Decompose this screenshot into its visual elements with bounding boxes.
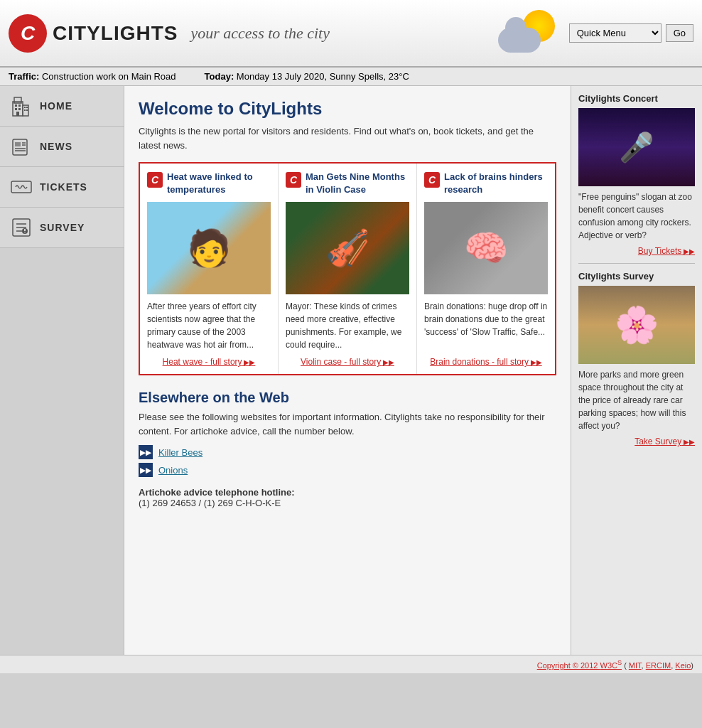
main-content: Welcome to CityLights Citylights is the … <box>124 86 571 655</box>
ext-link-row-onions: ▶▶ Onions <box>139 463 556 477</box>
cloud-icon <box>498 28 541 53</box>
survey-icon <box>9 215 34 240</box>
svg-rect-11 <box>26 109 28 111</box>
quick-menu-dropdown[interactable]: Quick Menu Home News Tickets Survey <box>569 23 662 43</box>
mit-link[interactable]: MIT <box>629 661 642 670</box>
quick-menu-area: Quick Menu Home News Tickets Survey Go <box>569 23 693 43</box>
news-header-violin: C Man Gets Nine Months in Violin Case <box>286 171 409 196</box>
elsewhere-text: Please see the following websites for im… <box>139 410 556 438</box>
widget-divider <box>578 263 695 264</box>
svg-rect-2 <box>15 105 17 107</box>
hotline-section: Artichoke advice telephone hotline: (1) … <box>139 487 556 508</box>
sidebar: HOME NEWS TICKET <box>0 86 124 655</box>
svg-rect-8 <box>24 107 26 108</box>
svg-rect-10 <box>24 109 26 111</box>
tickets-icon <box>9 174 34 200</box>
news-image-heatwave <box>147 202 271 294</box>
news-body-heatwave: After three years of effort city scienti… <box>147 300 271 351</box>
news-header-heatwave: C Heat wave linked to temperatures <box>147 171 271 196</box>
header: C CITYLIGHTS your access to the city Qui… <box>0 0 702 68</box>
sidebar-survey-label: SURVEY <box>40 222 85 233</box>
ext-link-row-killerbees: ▶▶ Killer Bees <box>139 445 556 459</box>
traffic-text: Construction work on Main Road <box>42 71 176 82</box>
news-link-violin[interactable]: Violin case - full story <box>286 357 409 367</box>
welcome-text: Citylights is the new portal for visitor… <box>139 124 556 152</box>
traffic-ticker: Traffic: Construction work on Main Road <box>9 71 176 82</box>
site-name: CITYLIGHTS <box>53 22 178 45</box>
news-col-heatwave: C Heat wave linked to temperatures After… <box>140 164 279 374</box>
svg-point-25 <box>24 232 25 232</box>
survey-image <box>578 286 695 364</box>
sidebar-tickets-label: TICKETS <box>40 181 87 193</box>
main-layout: HOME NEWS TICKET <box>0 86 702 655</box>
svg-rect-3 <box>18 105 21 107</box>
citylights-logo-brain: C <box>424 172 440 188</box>
weather-icon <box>498 10 555 56</box>
sidebar-news-label: NEWS <box>40 141 72 152</box>
w3c-link[interactable]: W3CS <box>600 661 622 670</box>
hotline-label: Artichoke advice telephone hotline: <box>139 487 556 498</box>
ext-link-icon-onions: ▶▶ <box>139 463 153 477</box>
logo-area: C CITYLIGHTS your access to the city <box>9 14 484 53</box>
ext-link-killerbees[interactable]: Killer Bees <box>158 447 202 458</box>
news-header-brain: C Lack of brains hinders research <box>424 171 548 196</box>
sidebar-item-tickets[interactable]: TICKETS <box>0 167 124 208</box>
ticker-bar: Traffic: Construction work on Main Road … <box>0 68 702 86</box>
svg-rect-13 <box>15 142 21 146</box>
sidebar-item-home[interactable]: HOME <box>0 86 124 127</box>
ext-link-onions[interactable]: Onions <box>158 465 188 476</box>
sidebar-item-survey[interactable]: SURVEY <box>0 208 124 248</box>
svg-rect-4 <box>15 108 17 110</box>
survey-text: More parks and more green space througho… <box>578 368 695 432</box>
svg-rect-12 <box>13 139 27 155</box>
news-link-heatwave[interactable]: Heat wave - full story <box>147 357 271 367</box>
sidebar-home-label: HOME <box>40 100 72 112</box>
svg-rect-1 <box>14 97 21 103</box>
concert-text: "Free penguins" slogan at zoo benefit co… <box>578 191 695 242</box>
news-title-violin: Man Gets Nine Months in Violin Case <box>306 171 409 196</box>
take-survey-link[interactable]: Take Survey <box>578 437 695 446</box>
hotline-number: (1) 269 24653 / (1) 269 C-H-O-K-E <box>139 498 556 508</box>
ext-link-icon-killerbees: ▶▶ <box>139 445 153 459</box>
concert-image <box>578 108 695 186</box>
news-image-violin <box>286 202 409 294</box>
svg-rect-6 <box>16 112 19 116</box>
tagline: your access to the city <box>190 24 330 43</box>
right-sidebar: Citylights Concert "Free penguins" sloga… <box>571 86 702 655</box>
sidebar-item-news[interactable]: NEWS <box>0 127 124 167</box>
news-grid: C Heat wave linked to temperatures After… <box>139 162 556 375</box>
buy-tickets-link[interactable]: Buy Tickets <box>578 246 695 256</box>
news-body-violin: Mayor: These kinds of crimes need more c… <box>286 300 409 351</box>
go-button[interactable]: Go <box>666 24 693 42</box>
citylights-logo-heatwave: C <box>147 172 163 188</box>
copyright-link[interactable]: Copyright © 2012 <box>537 661 600 670</box>
copyright-text: Copyright © 2012 W3CS ( MIT, ERCIM, Keio… <box>537 661 693 670</box>
keio-link[interactable]: Keio <box>675 661 691 670</box>
svg-rect-5 <box>18 108 21 110</box>
news-image-brain <box>424 202 548 294</box>
today-ticker: Today: Monday 13 July 2020, Sunny Spells… <box>205 71 409 82</box>
survey-widget-title: Citylights Survey <box>578 271 695 282</box>
footer: Copyright © 2012 W3CS ( MIT, ERCIM, Keio… <box>0 655 702 673</box>
logo-icon: C <box>9 14 47 53</box>
news-title-heatwave: Heat wave linked to temperatures <box>167 171 271 196</box>
news-icon <box>9 134 34 159</box>
svg-rect-9 <box>26 107 28 108</box>
today-text: Monday 13 July 2020, Sunny Spells, 23°C <box>237 71 409 82</box>
elsewhere-title: Elsewhere on the Web <box>139 390 556 406</box>
citylights-logo-violin: C <box>286 172 301 188</box>
traffic-label: Traffic: <box>9 71 39 82</box>
news-col-violin: C Man Gets Nine Months in Violin Case Ma… <box>279 164 417 374</box>
news-link-brain[interactable]: Brain donations - full story <box>424 357 548 367</box>
news-col-brain: C Lack of brains hinders research Brain … <box>417 164 555 374</box>
concert-widget-title: Citylights Concert <box>578 93 695 104</box>
welcome-title: Welcome to CityLights <box>139 99 556 119</box>
building-icon <box>9 93 34 119</box>
news-body-brain: Brain donations: huge drop off in brain … <box>424 300 548 351</box>
ercim-link[interactable]: ERCIM <box>646 661 671 670</box>
today-label: Today: <box>205 71 234 82</box>
news-title-brain: Lack of brains hinders research <box>444 171 548 196</box>
